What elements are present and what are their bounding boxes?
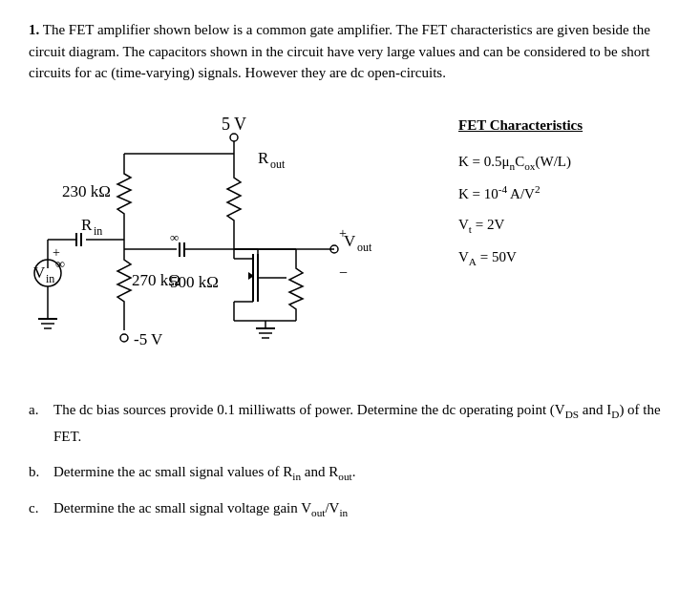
vout-sub: out — [357, 241, 372, 254]
fet-va: VA = 50V — [458, 242, 583, 273]
r230k-label: 230 kΩ — [62, 182, 111, 200]
sub-label-a: a. — [29, 397, 46, 423]
rout-resistor — [227, 168, 241, 230]
problem-number: 1. — [29, 22, 39, 37]
rout-sub: out — [270, 158, 286, 171]
r270k-resistor — [117, 254, 131, 307]
fet-vt: Vt = 2V — [458, 210, 583, 241]
sub-question-a: a. The dc bias sources provide 0.1 milli… — [29, 397, 671, 450]
vout-plus: + — [339, 226, 347, 241]
sub-text-a: The dc bias sources provide 0.1 milliwat… — [53, 397, 671, 450]
vss-label: -5 V — [134, 330, 163, 348]
sub-label-b: b. — [29, 459, 46, 485]
fet-characteristics: FET Characteristics K = 0.5μnCox(W/L) K … — [458, 111, 583, 275]
circuit-section: 5 V R out V out + − — [29, 101, 671, 378]
vout-minus: − — [339, 264, 348, 281]
rout-label: R — [258, 149, 269, 167]
sub-text-c: Determine the ac small signal voltage ga… — [53, 495, 348, 522]
r230k-resistor — [117, 168, 131, 220]
rin-label: R — [81, 216, 93, 234]
fet-char-title: FET Characteristics — [458, 111, 583, 139]
circuit-svg: 5 V R out V out + − — [29, 101, 439, 378]
r500k-resistor — [289, 263, 303, 316]
svg-point-40 — [120, 334, 128, 342]
vin-sub: in — [46, 272, 54, 285]
problem-text: 1. The FET amplifier shown below is a co… — [29, 19, 671, 84]
fet-k-eq: K = 0.5μnCox(W/L) — [458, 147, 583, 178]
sub-question-c: c. Determine the ac small signal voltage… — [29, 495, 671, 522]
r270k-label: 270 kΩ — [132, 271, 180, 289]
circuit-diagram: 5 V R out V out + − — [29, 101, 439, 378]
problem-description: The FET amplifier shown below is a commo… — [29, 22, 650, 80]
vdd-label: 5 V — [222, 115, 246, 134]
svg-point-0 — [230, 134, 238, 141]
sub-label-c: c. — [29, 495, 46, 521]
gate-cap-inf: ∞ — [170, 230, 179, 244]
sub-question-b: b. Determine the ac small signal values … — [29, 459, 671, 486]
sub-questions: a. The dc bias sources provide 0.1 milli… — [29, 397, 671, 523]
fet-k-val: K = 10-4 A/V2 — [458, 179, 583, 208]
sub-text-b: Determine the ac small signal values of … — [53, 459, 355, 486]
rin-sub: in — [94, 224, 102, 238]
